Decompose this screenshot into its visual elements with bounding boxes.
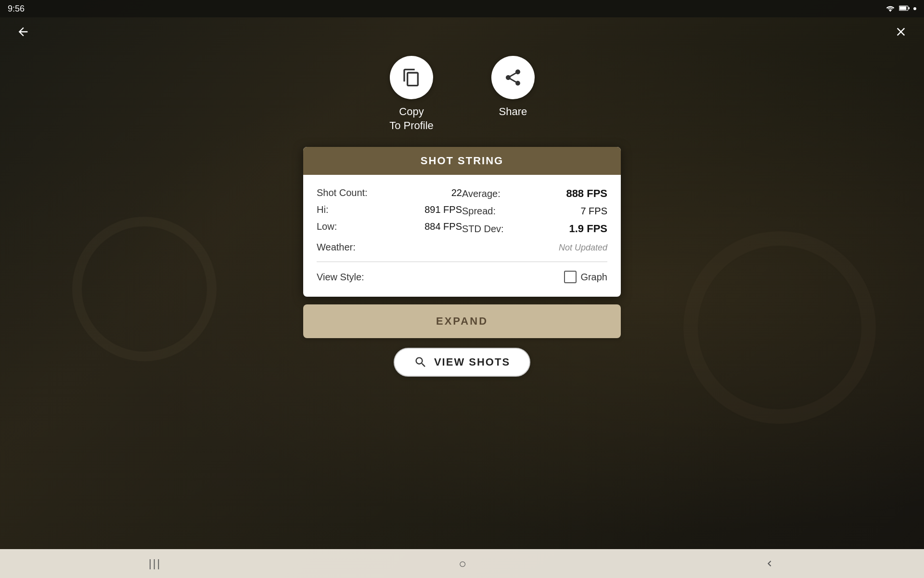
std-dev-value: 1.9 FPS xyxy=(569,223,607,235)
status-time: 9:56 xyxy=(8,4,25,14)
weather-value: Not Updated xyxy=(559,243,607,253)
top-nav xyxy=(0,17,924,46)
close-button[interactable] xyxy=(889,20,912,43)
battery-icon xyxy=(899,5,910,13)
copy-to-profile-button[interactable]: CopyTo Profile xyxy=(389,56,434,132)
copy-to-profile-label: CopyTo Profile xyxy=(389,105,434,132)
menu-icon: ||| xyxy=(149,557,161,570)
hi-value: 891 FPS xyxy=(424,204,462,215)
shot-count-value: 22 xyxy=(451,187,462,198)
bottom-home-button[interactable]: ○ xyxy=(439,552,486,575)
view-shots-label: VIEW SHOTS xyxy=(434,356,510,368)
action-buttons: CopyTo Profile Share xyxy=(389,56,535,132)
status-icons xyxy=(886,4,916,13)
card-divider xyxy=(317,262,607,262)
std-dev-label: STD Dev: xyxy=(462,223,504,235)
shot-count-row: Shot Count: 22 xyxy=(317,184,462,201)
view-shots-button[interactable]: VIEW SHOTS xyxy=(394,348,530,377)
home-icon: ○ xyxy=(459,556,466,571)
low-label: Low: xyxy=(317,221,337,232)
graph-checkbox[interactable] xyxy=(564,271,577,283)
search-icon xyxy=(414,355,427,369)
share-circle xyxy=(491,56,535,99)
share-button[interactable]: Share xyxy=(491,56,535,132)
graph-label: Graph xyxy=(580,272,607,283)
average-value: 888 FPS xyxy=(566,187,607,200)
bottom-back-button[interactable] xyxy=(744,554,795,573)
expand-button[interactable]: EXPAND xyxy=(303,304,621,338)
low-row: Low: 884 FPS xyxy=(317,218,462,235)
spread-value: 7 FPS xyxy=(580,206,607,217)
shot-count-label: Shot Count: xyxy=(317,187,368,198)
main-content: CopyTo Profile Share SHOT STRING Shot Co… xyxy=(0,46,924,549)
copy-to-profile-circle xyxy=(390,56,433,99)
stats-col-right: Average: 888 FPS Spread: 7 FPS STD Dev: … xyxy=(462,184,607,238)
stats-columns: Shot Count: 22 Hi: 891 FPS Low: 884 FPS … xyxy=(317,184,607,238)
low-value: 884 FPS xyxy=(424,221,462,232)
bottom-menu-button[interactable]: ||| xyxy=(129,553,180,574)
back-button[interactable] xyxy=(12,20,35,43)
hi-row: Hi: 891 FPS xyxy=(317,201,462,218)
view-style-label: View Style: xyxy=(317,272,364,283)
stats-col-left: Shot Count: 22 Hi: 891 FPS Low: 884 FPS xyxy=(317,184,462,238)
notification-dot xyxy=(913,7,916,10)
wifi-icon xyxy=(886,4,895,13)
share-label: Share xyxy=(499,105,527,119)
svg-rect-1 xyxy=(899,6,906,10)
card-header: SHOT STRING xyxy=(303,147,621,175)
hi-label: Hi: xyxy=(317,204,328,215)
spread-row: Spread: 7 FPS xyxy=(462,203,607,220)
shot-string-card: SHOT STRING Shot Count: 22 Hi: 891 FPS L… xyxy=(303,147,621,297)
card-body: Shot Count: 22 Hi: 891 FPS Low: 884 FPS … xyxy=(303,175,621,297)
std-dev-row: STD Dev: 1.9 FPS xyxy=(462,220,607,238)
card-title: SHOT STRING xyxy=(421,155,503,167)
status-bar: 9:56 xyxy=(0,0,924,17)
graph-checkbox-container[interactable]: Graph xyxy=(564,271,607,283)
average-row: Average: 888 FPS xyxy=(462,184,607,203)
spread-label: Spread: xyxy=(462,206,496,217)
weather-label: Weather: xyxy=(317,242,356,253)
view-style-row: View Style: Graph xyxy=(317,267,607,287)
svg-rect-2 xyxy=(909,7,910,9)
weather-row: Weather: Not Updated xyxy=(317,238,607,257)
back-icon xyxy=(764,558,775,569)
bottom-nav: ||| ○ xyxy=(0,549,924,578)
average-label: Average: xyxy=(462,188,500,199)
